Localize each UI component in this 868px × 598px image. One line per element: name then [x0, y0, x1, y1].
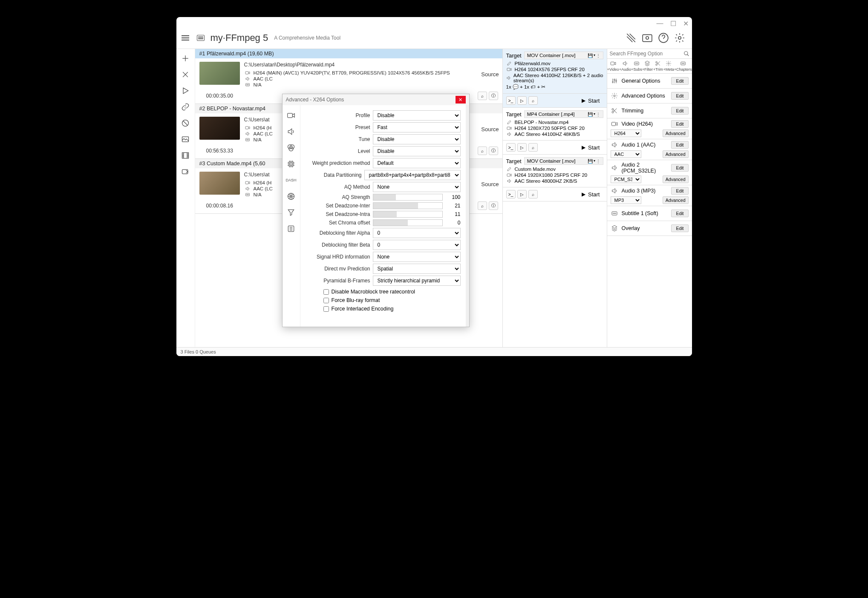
- preview-button[interactable]: ▷: [517, 96, 527, 105]
- form-slider[interactable]: [373, 202, 443, 209]
- source-details-button[interactable]: ⓘ: [489, 201, 498, 210]
- form-select[interactable]: partb8x8+partp4x4+partp8x8+parti8: [364, 170, 461, 180]
- codec-select[interactable]: PCM_S32LE: [611, 175, 641, 183]
- folder-eye-icon[interactable]: [642, 32, 653, 43]
- source-info-button[interactable]: ⌕: [478, 201, 487, 210]
- film-icon[interactable]: [181, 151, 190, 160]
- form-select[interactable]: 0: [373, 228, 461, 238]
- form-row: Preset Fast: [302, 122, 461, 132]
- target-block[interactable]: Target MP4 Container [.mp4] 💾▾⋮ BELPOP -…: [503, 108, 607, 141]
- dialog-tab-filter-icon[interactable]: [287, 208, 295, 217]
- target-block[interactable]: Target MOV Container [.mov] 💾▾⋮ Custom M…: [503, 155, 607, 187]
- tab-subs[interactable]: +Subs: [631, 59, 642, 73]
- form-select[interactable]: None: [373, 252, 461, 262]
- inspect-button[interactable]: ⌕: [528, 143, 538, 152]
- form-label: Set Deadzone-Inter: [302, 203, 370, 209]
- edit-button[interactable]: Edit: [671, 141, 688, 149]
- edit-button[interactable]: Edit: [671, 210, 688, 217]
- gear-icon[interactable]: [674, 32, 685, 43]
- blocked-icon[interactable]: [181, 119, 190, 127]
- dialog-scrollbar[interactable]: [466, 105, 469, 327]
- tab-filter[interactable]: +Filter: [642, 59, 653, 73]
- image-icon[interactable]: [181, 135, 190, 144]
- dialog-tab-wheel-icon[interactable]: [287, 192, 295, 201]
- inspect-button[interactable]: ⌕: [528, 96, 538, 105]
- source-info-button[interactable]: ⌕: [478, 92, 487, 100]
- edit-button[interactable]: Edit: [671, 77, 688, 85]
- edit-button[interactable]: Edit: [671, 187, 688, 195]
- preview-button[interactable]: ▷: [517, 190, 527, 198]
- tab-meta[interactable]: +Meta: [663, 59, 674, 73]
- form-select[interactable]: Disable: [373, 146, 461, 156]
- preview-button[interactable]: ▷: [517, 143, 527, 152]
- tab-trim[interactable]: +Trim: [653, 59, 663, 73]
- form-select[interactable]: Default: [373, 158, 461, 168]
- form-select[interactable]: 0: [373, 240, 461, 250]
- container-selector[interactable]: MOV Container [.mov] 💾▾⋮: [524, 157, 603, 165]
- advanced-button[interactable]: Advanced: [663, 150, 689, 158]
- container-selector[interactable]: MOV Container [.mov] 💾▾⋮: [524, 52, 603, 59]
- source-details-button[interactable]: ⓘ: [489, 92, 498, 100]
- form-checkbox[interactable]: [323, 298, 329, 303]
- form-slider[interactable]: [373, 194, 443, 201]
- terminal-button[interactable]: >_: [506, 190, 516, 198]
- start-button[interactable]: ▶Start: [578, 144, 603, 152]
- codec-select[interactable]: H264: [611, 129, 641, 137]
- dialog-tab-dash-icon[interactable]: DASH: [287, 176, 295, 184]
- close-button[interactable]: ✕: [683, 20, 689, 28]
- target-stream: AAC Stereo 48000HZ 2KB/S: [515, 178, 577, 184]
- form-checkbox[interactable]: [323, 289, 329, 295]
- target-block[interactable]: Target MOV Container [.mov] 💾▾⋮ Pfälzerw…: [503, 49, 607, 94]
- form-select[interactable]: Fast: [373, 122, 461, 132]
- tab-chapters[interactable]: +Chapters: [674, 59, 692, 73]
- export-icon[interactable]: [181, 167, 190, 176]
- tab-video[interactable]: +Video: [607, 59, 619, 73]
- form-slider[interactable]: [373, 211, 443, 218]
- form-checkbox[interactable]: [323, 306, 329, 312]
- edit-button[interactable]: Edit: [671, 120, 688, 128]
- source-details-button[interactable]: ⓘ: [489, 147, 498, 155]
- advanced-button[interactable]: Advanced: [663, 175, 689, 183]
- source-info-button[interactable]: ⌕: [478, 147, 487, 155]
- edit-button[interactable]: Edit: [671, 107, 688, 115]
- advanced-button[interactable]: Advanced: [663, 129, 689, 137]
- remove-icon[interactable]: [181, 70, 190, 79]
- form-select[interactable]: Disable: [373, 134, 461, 144]
- form-slider[interactable]: [373, 219, 443, 226]
- form-select[interactable]: None: [373, 182, 461, 192]
- add-icon[interactable]: [181, 54, 190, 63]
- search-input[interactable]: [610, 51, 683, 57]
- dialog-tab-color-icon[interactable]: [287, 144, 295, 152]
- dialog-close-button[interactable]: ✕: [456, 96, 466, 104]
- edit-button[interactable]: Edit: [671, 224, 688, 232]
- minimize-button[interactable]: —: [657, 20, 663, 27]
- dialog-tab-misc-icon[interactable]: [287, 224, 295, 233]
- terminal-button[interactable]: >_: [506, 96, 516, 105]
- edit-button[interactable]: Edit: [671, 92, 688, 100]
- effects-icon[interactable]: [626, 32, 637, 43]
- queue-icon[interactable]: [197, 35, 205, 41]
- container-selector[interactable]: MP4 Container [.mp4] 💾▾⋮: [524, 110, 603, 118]
- start-button[interactable]: ▶Start: [578, 97, 603, 105]
- tab-audio[interactable]: +Audio: [619, 59, 631, 73]
- hamburger-icon[interactable]: [180, 34, 191, 42]
- help-icon[interactable]: [658, 32, 669, 43]
- start-button[interactable]: ▶Start: [578, 190, 603, 198]
- advanced-button[interactable]: Advanced: [663, 196, 689, 204]
- dialog-tab-video-icon[interactable]: [287, 111, 295, 120]
- codec-select[interactable]: MP3: [611, 196, 641, 204]
- terminal-button[interactable]: >_: [506, 143, 516, 152]
- form-select[interactable]: Strictly hierarchical pyramid: [373, 276, 461, 286]
- dialog-tab-cpu-icon[interactable]: [287, 160, 295, 168]
- option-label: General Options: [622, 78, 668, 84]
- form-select[interactable]: Disable: [373, 110, 461, 121]
- edit-button[interactable]: Edit: [671, 164, 688, 172]
- link-icon[interactable]: [181, 103, 190, 111]
- dialog-tab-audio-icon[interactable]: [287, 127, 295, 136]
- search-icon[interactable]: [683, 51, 689, 57]
- codec-select[interactable]: AAC: [611, 150, 641, 158]
- play-icon[interactable]: [181, 86, 190, 95]
- maximize-button[interactable]: ☐: [670, 20, 676, 28]
- form-select[interactable]: Spatial: [373, 264, 461, 274]
- inspect-button[interactable]: ⌕: [528, 190, 538, 198]
